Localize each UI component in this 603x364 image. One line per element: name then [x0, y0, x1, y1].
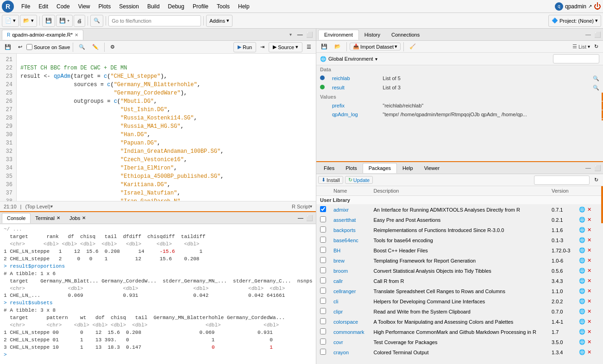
pkg-name-broom[interactable]: broom [333, 268, 348, 274]
pkg-row-brew[interactable]: brew Templating Framework for Report Gen… [316, 256, 603, 266]
source-on-save-checkbox[interactable] [26, 44, 32, 50]
terminal-close-btn[interactable]: ✕ [57, 215, 60, 220]
menu-help[interactable]: Help [234, 2, 253, 11]
pkg-name-colorspace[interactable]: colorspace [333, 319, 358, 325]
env-name-result[interactable]: result [328, 83, 379, 92]
jobs-close-btn[interactable]: ✕ [82, 215, 86, 220]
tab-more-btn[interactable]: ▾ [287, 31, 295, 38]
pkg-check-assertthat[interactable] [320, 216, 326, 222]
pkg-row-commonmark[interactable]: commonmark High Performance CommonMark a… [316, 327, 603, 337]
pkg-check-broom[interactable] [320, 267, 326, 273]
editor-tab-main[interactable]: R qpadm-admixr-example.R* ✕ [2, 30, 83, 40]
env-row-prefix[interactable]: prefix "reichlab/reichlab" [316, 101, 603, 110]
pkg-row-broom[interactable]: broom Convert Statistical Analysis Objec… [316, 266, 603, 276]
menu-edit[interactable]: Edit [35, 2, 52, 11]
code-editor[interactable]: 2122232425 2627282930 3132333435 3637383… [0, 54, 316, 201]
editor-tab-close[interactable]: ✕ [75, 32, 78, 38]
pkg-del-broom[interactable]: ✕ [587, 268, 591, 273]
pkg-del-commonmark[interactable]: ✕ [587, 329, 591, 334]
pkg-link-crayon[interactable]: 🌐 [579, 349, 585, 355]
menu-session[interactable]: Session [115, 2, 143, 11]
tab-connections[interactable]: Connections [386, 30, 425, 40]
new-file-dropdown[interactable]: ▾ [13, 18, 16, 24]
search-btn[interactable]: 🔍 [76, 42, 88, 52]
scrollbar-thumb[interactable] [601, 186, 603, 223]
pkg-search-input[interactable] [534, 176, 590, 185]
env-refresh-btn[interactable]: ↻ [591, 42, 601, 52]
pkg-row-base64enc[interactable]: base64enc Tools for base64 encoding 0.1-… [316, 235, 603, 245]
print-btn[interactable]: 🖨 [74, 15, 85, 27]
power-icon[interactable]: ⏻ [594, 2, 601, 11]
env-row-reichlab[interactable]: reichlab List of 5 🔍 [316, 74, 603, 83]
pkg-name-cli[interactable]: cli [333, 299, 338, 304]
pkg-check-commonmark[interactable] [320, 328, 326, 334]
tab-history[interactable]: History [359, 30, 386, 40]
source-btn[interactable]: ▶ Source ▾ [269, 42, 302, 52]
code-content[interactable]: #TEST CH BBC from DE CWC + DE MN result … [17, 54, 316, 201]
update-pkg-btn[interactable]: ↻ Update [345, 176, 373, 184]
env-search-result[interactable]: 🔍 [593, 85, 599, 90]
new-file-btn[interactable]: 📄 ▾ [2, 15, 19, 27]
pkg-del-clipr[interactable]: ✕ [587, 308, 591, 314]
pkg-del-colorspace[interactable]: ✕ [587, 319, 591, 324]
minimize-env-btn[interactable]: — [584, 31, 592, 38]
pkg-del-base64enc[interactable]: ✕ [587, 237, 591, 243]
tab-packages[interactable]: Packages [363, 163, 397, 173]
save-btn[interactable]: 💾 [42, 15, 55, 27]
pkg-name-commonmark[interactable]: commonmark [333, 329, 364, 335]
minimize-pkg-btn[interactable]: — [584, 164, 592, 172]
pkg-row-cli[interactable]: cli Helpers for Developing Command Line … [316, 296, 603, 307]
minimize-editor-btn[interactable]: — [296, 31, 304, 39]
pkg-name-brew[interactable]: brew [333, 258, 345, 264]
save-source-btn[interactable]: 💾 [2, 42, 14, 52]
pkg-del-cellranger[interactable]: ✕ [587, 288, 591, 294]
pkg-link-colorspace[interactable]: 🌐 [579, 319, 585, 324]
scope-dropdown[interactable]: ▾ [50, 204, 53, 209]
pkg-del-callr[interactable]: ✕ [587, 278, 591, 283]
env-save-btn[interactable]: 💾 [318, 42, 330, 52]
console-tab-terminal[interactable]: Terminal ✕ [31, 213, 65, 223]
addins-btn[interactable]: Addins ▾ [206, 15, 232, 27]
console-tab-console[interactable]: Console [2, 213, 31, 223]
pkg-name-callr[interactable]: callr [333, 278, 343, 284]
undo-btn[interactable]: ↩ [15, 42, 25, 52]
menu-code[interactable]: Code [53, 2, 74, 11]
pkg-link-admixr[interactable]: 🌐 [579, 207, 585, 212]
pkg-check-clipr[interactable] [320, 308, 326, 314]
pkg-row-backports[interactable]: backports Reimplementations of Functions… [316, 225, 603, 235]
project-btn[interactable]: 🔷 Project: (None) ▾ [548, 15, 601, 27]
pkg-check-BH[interactable] [320, 247, 326, 253]
pkg-del-admixr[interactable]: ✕ [587, 207, 591, 212]
pkg-name-clipr[interactable]: clipr [333, 309, 343, 314]
menu-view[interactable]: View [75, 2, 94, 11]
pkg-link-cli[interactable]: 🌐 [579, 298, 585, 304]
code-options-btn[interactable]: ⚙ [107, 42, 118, 52]
pkg-row-colorspace[interactable]: colorspace A Toolbox for Manipulating an… [316, 317, 603, 327]
env-name-reichlab[interactable]: reichlab [328, 74, 379, 83]
pkg-check-colorspace[interactable] [320, 318, 326, 324]
run-btn[interactable]: ▶ Run [233, 42, 256, 52]
pkg-link-commonmark[interactable]: 🌐 [579, 329, 585, 334]
maximize-console-btn[interactable]: ⬜ [305, 214, 314, 222]
maximize-editor-btn[interactable]: ⬜ [305, 31, 314, 39]
pkg-check-crayon[interactable] [320, 349, 326, 355]
pkg-del-brew[interactable]: ✕ [587, 257, 591, 263]
save-all-btn[interactable]: 💾+ [56, 15, 73, 27]
maximize-pkg-btn[interactable]: ⬜ [594, 164, 601, 172]
pkg-del-assertthat[interactable]: ✕ [587, 217, 591, 222]
open-file-btn[interactable]: 📂 ▾ [20, 15, 37, 27]
pkg-check-backports[interactable] [320, 226, 326, 232]
tab-help[interactable]: Help [397, 163, 419, 173]
menu-debug[interactable]: Debug [164, 2, 188, 11]
pkg-row-callr[interactable]: callr Call R from R 3.4.3 🌐✕ [316, 276, 603, 286]
env-row-qpadm-log[interactable]: qpAdm_log "tempr/ /home/qpadmin/tempr/Rt… [316, 110, 603, 119]
pkg-link-assertthat[interactable]: 🌐 [579, 217, 585, 222]
open-dropdown[interactable]: ▾ [31, 18, 34, 24]
pkg-row-BH[interactable]: BH Boost C++ Header Files 1.72.0-3 🌐✕ [316, 245, 603, 256]
pkg-name-backports[interactable]: backports [333, 227, 356, 233]
pkg-row-admixr[interactable]: admixr An Interface for Running ADMIXTOO… [316, 205, 603, 215]
pkg-name-covr[interactable]: covr [333, 339, 343, 345]
menu-file[interactable]: File [18, 2, 34, 11]
file-type-dropdown[interactable]: ▾ [310, 204, 312, 209]
pkg-name-base64enc[interactable]: base64enc [333, 238, 358, 243]
